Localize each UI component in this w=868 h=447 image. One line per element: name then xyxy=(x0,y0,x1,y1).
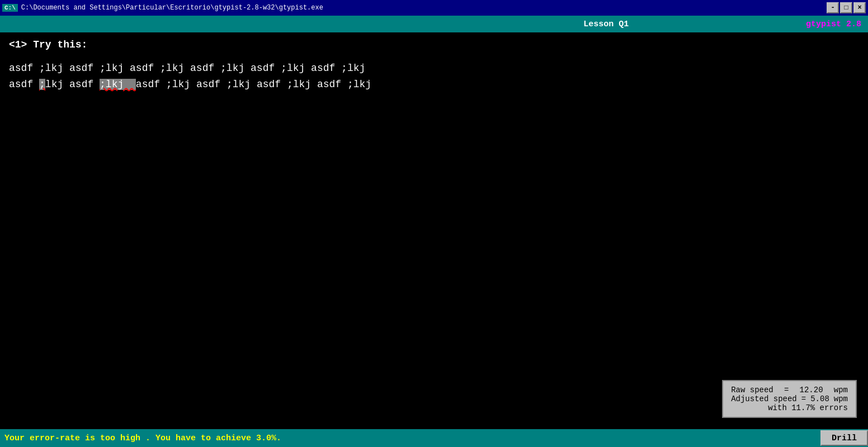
raw-speed-label: Raw speed xyxy=(731,386,773,394)
raw-speed-eq: = xyxy=(784,386,789,394)
typed-correct-1: asdf xyxy=(9,79,39,90)
adj-speed-value: 5.08 xyxy=(810,394,829,403)
window-title: C:\Documents and Settings\Particular\Esc… xyxy=(21,4,323,12)
drill-button[interactable]: Drill xyxy=(820,430,868,446)
minimize-button[interactable]: - xyxy=(827,2,839,13)
raw-speed-unit: wpm xyxy=(834,386,848,394)
window-controls: - □ × xyxy=(827,2,866,13)
typing-line-2: asdf ;lkj asdf ;lkj asdf ;lkj asdf ;lkj … xyxy=(9,77,859,93)
errors-label: with 11.7% errors xyxy=(768,403,848,412)
app-header: Lesson Q1 gtypist 2.8 xyxy=(0,16,868,32)
close-button[interactable]: × xyxy=(853,2,866,13)
adj-speed-label: Adjusted speed xyxy=(731,394,797,403)
adj-speed-row: Adjusted speed = 5.08 wpm xyxy=(731,394,848,403)
main-content: <1> Try this: asdf ;lkj asdf ;lkj asdf ;… xyxy=(0,32,868,429)
title-bar-left: C:\ C:\Documents and Settings\Particular… xyxy=(2,4,323,12)
adj-speed-eq: = xyxy=(801,394,806,403)
typed-error-2: ;lkj xyxy=(100,79,136,90)
status-bar: Your error-rate is too high . You have t… xyxy=(0,429,868,447)
cmd-icon: C:\ xyxy=(2,4,18,12)
stats-box: Raw speed = 12.20 wpm Adjusted speed = 5… xyxy=(722,380,857,418)
adj-speed-unit: wpm xyxy=(834,394,848,403)
errors-row: with 11.7% errors xyxy=(731,403,848,412)
typed-correct-3: asdf ;lkj asdf ;lkj asdf ;lkj asdf ;lkj xyxy=(136,79,371,90)
raw-speed-value: 12.20 xyxy=(800,386,823,394)
app-brand: gtypist 2.8 xyxy=(806,20,861,29)
typed-correct-2: lkj asdf xyxy=(45,79,100,90)
status-message: Your error-rate is too high . You have t… xyxy=(4,434,281,443)
restore-button[interactable]: □ xyxy=(840,2,852,13)
title-bar: C:\ C:\Documents and Settings\Particular… xyxy=(0,0,868,16)
raw-speed-row: Raw speed = 12.20 wpm xyxy=(731,386,848,394)
lesson-intro: <1> Try this: xyxy=(9,39,859,50)
typed-error-1: ; xyxy=(39,79,45,90)
lesson-title: Lesson Q1 xyxy=(406,20,805,29)
typing-line-1: asdf ;lkj asdf ;lkj asdf ;lkj asdf ;lkj … xyxy=(9,60,859,77)
